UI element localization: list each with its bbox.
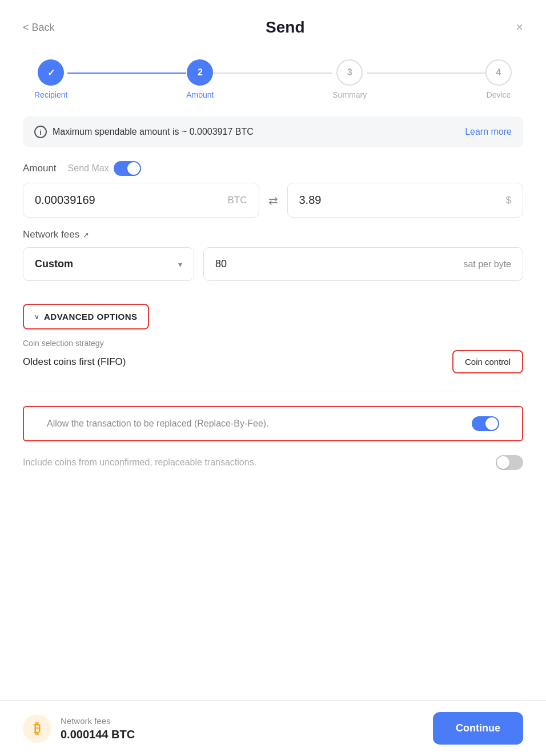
network-fees-section: Network fees ↗ Custom ▾ 80 sat per byte <box>0 229 546 281</box>
info-icon: i <box>34 126 47 138</box>
rbf-toggle[interactable] <box>472 416 499 431</box>
back-button[interactable]: < Back <box>23 22 55 34</box>
step-label-summary: Summary <box>332 90 367 99</box>
step-circle-amount: 2 <box>187 59 213 86</box>
step-summary: 3 Summary <box>332 59 367 99</box>
fees-dropdown[interactable]: Custom ▾ <box>23 247 194 281</box>
unconfirmed-toggle[interactable] <box>496 455 523 470</box>
swap-icon[interactable]: ⇄ <box>268 194 278 207</box>
amount-inputs: 0.00039169 BTC ⇄ 3.89 $ <box>23 183 523 218</box>
send-max-toggle[interactable] <box>114 161 141 176</box>
btc-icon: ₿ <box>23 714 51 743</box>
footer-left: ₿ Network fees 0.000144 BTC <box>23 714 135 743</box>
sat-unit: sat per byte <box>463 259 511 270</box>
external-link-icon[interactable]: ↗ <box>83 231 89 239</box>
unconfirmed-row: Include coins from unconfirmed, replacea… <box>0 446 546 484</box>
amount-label: Amount <box>23 163 57 174</box>
btc-value: 0.00039169 <box>35 194 95 207</box>
network-fees-header: Network fees ↗ <box>23 229 523 240</box>
back-label: < Back <box>23 22 55 34</box>
footer-fees-value: 0.000144 BTC <box>61 728 135 741</box>
step-line-3 <box>367 73 485 74</box>
step-label-device: Device <box>487 90 511 99</box>
info-banner-text: i Maximum spendable amount is ~ 0.000391… <box>34 126 254 138</box>
step-line-1 <box>67 73 186 74</box>
sat-value: 80 <box>215 258 227 270</box>
step-recipient: ✓ Recipient <box>34 59 67 99</box>
advanced-options-label: ADVANCED OPTIONS <box>44 312 138 321</box>
btc-currency: BTC <box>228 195 247 206</box>
send-max-row: Send Max <box>68 161 141 176</box>
continue-button[interactable]: Continue <box>433 712 523 745</box>
rbf-row: Allow the transaction to be replaced (Re… <box>23 406 523 441</box>
coin-selection-section: Coin selection strategy Oldest coins fir… <box>0 339 546 373</box>
step-amount: 2 Amount <box>186 59 214 99</box>
send-max-label: Send Max <box>68 163 109 174</box>
rbf-label: Allow the transaction to be replaced (Re… <box>47 419 472 429</box>
amount-section: Amount Send Max 0.00039169 BTC ⇄ 3.89 $ <box>0 161 546 218</box>
coin-selection-value: Oldest coins first (FIFO) <box>23 356 126 368</box>
info-banner: i Maximum spendable amount is ~ 0.000391… <box>23 116 523 147</box>
coin-control-button[interactable]: Coin control <box>452 350 523 373</box>
max-spendable-text: Maximum spendable amount is ~ 0.0003917 … <box>53 127 254 137</box>
step-line-2 <box>214 73 332 74</box>
close-button[interactable]: × <box>516 20 523 35</box>
footer-fees-label: Network fees <box>61 716 135 726</box>
footer: ₿ Network fees 0.000144 BTC Continue <box>0 700 546 756</box>
coin-selection-label: Coin selection strategy <box>23 339 523 348</box>
coin-selection-row: Oldest coins first (FIFO) Coin control <box>23 350 523 373</box>
step-device: 4 Device <box>485 59 512 99</box>
btc-amount-input[interactable]: 0.00039169 BTC <box>23 183 259 218</box>
stepper: ✓ Recipient 2 Amount 3 Summary 4 Device <box>0 48 546 116</box>
learn-more-link[interactable]: Learn more <box>465 127 512 137</box>
step-circle-summary: 3 <box>336 59 363 86</box>
btc-symbol: ₿ <box>34 721 41 737</box>
advanced-options-button[interactable]: ∨ ADVANCED OPTIONS <box>23 304 149 329</box>
network-fees-label: Network fees <box>23 229 79 240</box>
divider-1 <box>23 392 523 392</box>
step-circle-recipient: ✓ <box>38 59 64 86</box>
rbf-toggle-knob <box>485 417 498 430</box>
usd-value: 3.89 <box>299 194 322 207</box>
sat-input[interactable]: 80 sat per byte <box>203 247 523 281</box>
page-title: Send <box>266 18 304 37</box>
unconfirmed-toggle-knob <box>497 456 509 469</box>
chevron-down-icon: ▾ <box>178 260 182 269</box>
fees-dropdown-value: Custom <box>35 258 73 270</box>
step-label-recipient: Recipient <box>34 90 67 99</box>
usd-currency: $ <box>506 195 511 206</box>
unconfirmed-label: Include coins from unconfirmed, replacea… <box>23 457 256 468</box>
step-label-amount: Amount <box>186 90 214 99</box>
step-circle-device: 4 <box>485 59 512 86</box>
fees-row: Custom ▾ 80 sat per byte <box>23 247 523 281</box>
footer-fees-info: Network fees 0.000144 BTC <box>61 716 135 741</box>
amount-header: Amount Send Max <box>23 161 523 176</box>
usd-amount-input[interactable]: 3.89 $ <box>287 183 524 218</box>
toggle-knob <box>127 162 140 175</box>
chevron-icon: ∨ <box>34 313 39 321</box>
